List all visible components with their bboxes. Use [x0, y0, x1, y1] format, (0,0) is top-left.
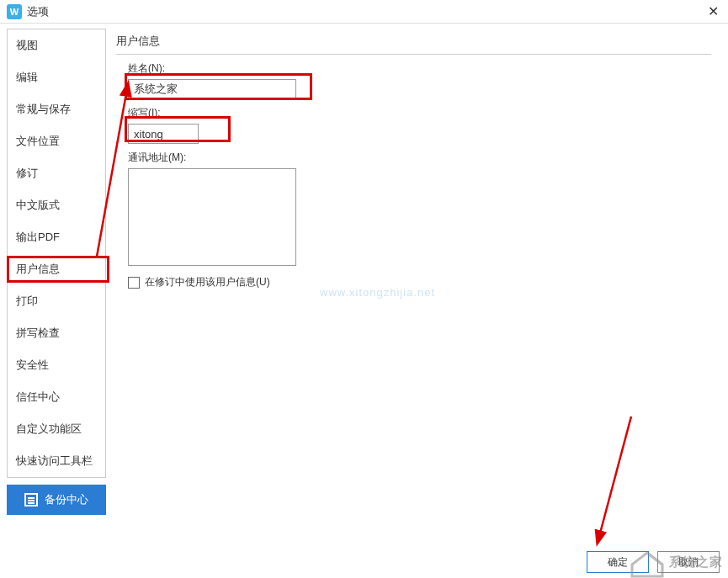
center-watermark: www.xitongzhijia.net [320, 286, 435, 299]
watermark-logo-icon [629, 546, 666, 578]
sidebar-item-edit[interactable]: 编辑 [8, 61, 105, 93]
sidebar-item-security[interactable]: 安全性 [8, 349, 105, 381]
sidebar-item-output-pdf[interactable]: 输出PDF [8, 221, 105, 253]
app-icon: W [7, 4, 22, 19]
sidebar: 视图 编辑 常规与保存 文件位置 修订 中文版式 输出PDF 用户信息 打印 拼… [7, 29, 106, 478]
sidebar-item-user-info[interactable]: 用户信息 [8, 253, 105, 285]
use-user-info-checkbox[interactable] [128, 277, 140, 289]
section-title: 用户信息 [116, 29, 711, 52]
backup-center-button[interactable]: 备份中心 [7, 485, 106, 515]
backup-center-label: 备份中心 [45, 492, 88, 507]
name-label: 姓名(N): [128, 61, 711, 76]
sidebar-item-general-save[interactable]: 常规与保存 [8, 93, 105, 125]
abbr-label: 缩写(I): [128, 106, 711, 120]
address-label: 通讯地址(M): [128, 151, 711, 165]
backup-icon [24, 493, 38, 506]
sidebar-item-trust-center[interactable]: 信任中心 [8, 381, 105, 413]
use-user-info-label: 在修订中使用该用户信息(U) [145, 275, 270, 289]
sidebar-item-spellcheck[interactable]: 拼写检查 [8, 317, 105, 349]
sidebar-item-custom-ribbon[interactable]: 自定义功能区 [8, 413, 105, 445]
address-input[interactable] [128, 168, 296, 266]
close-icon[interactable]: ✕ [704, 3, 721, 20]
sidebar-item-chinese-layout[interactable]: 中文版式 [8, 189, 105, 221]
sidebar-item-quick-access[interactable]: 快速访问工具栏 [8, 445, 105, 477]
sidebar-item-print[interactable]: 打印 [8, 285, 105, 317]
sidebar-item-file-location[interactable]: 文件位置 [8, 125, 105, 157]
sidebar-item-view[interactable]: 视图 [8, 29, 105, 61]
titlebar: W 选项 ✕ [0, 0, 728, 24]
name-input[interactable] [128, 79, 296, 99]
abbr-input[interactable] [128, 124, 199, 144]
window-title: 选项 [27, 4, 704, 19]
corner-watermark: 系统之家 [629, 546, 723, 578]
sidebar-item-revision[interactable]: 修订 [8, 157, 105, 189]
section-divider [116, 54, 711, 55]
